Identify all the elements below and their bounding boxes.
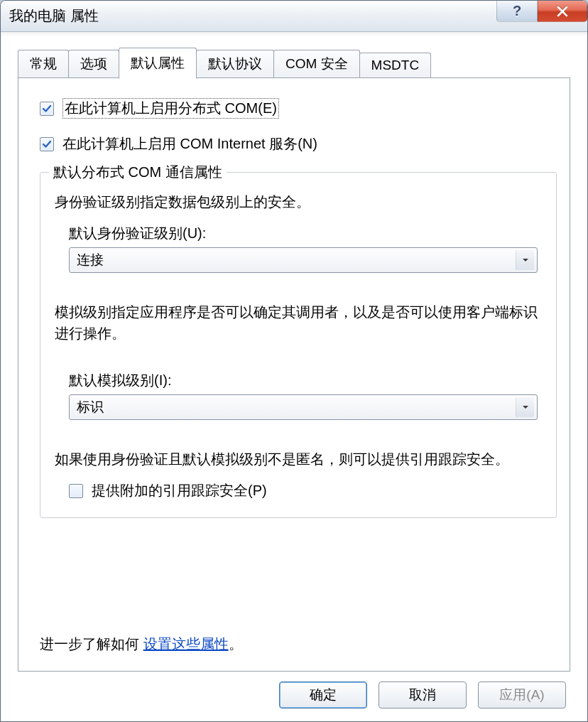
dcom-communication-group: 默认分布式 COM 通信属性 身份验证级别指定数据包级别上的安全。 默认身份验证… bbox=[40, 172, 557, 518]
titlebar: 我的电脑 属性 ? bbox=[1, 1, 587, 32]
tab-panel-default-properties: 在此计算机上启用分布式 COM(E) 在此计算机上启用 COM Internet… bbox=[18, 77, 570, 672]
auth-level-combo[interactable]: 连接 bbox=[69, 247, 538, 273]
enable-dcom-row: 在此计算机上启用分布式 COM(E) bbox=[40, 98, 557, 119]
tab-options[interactable]: 选项 bbox=[68, 50, 119, 77]
close-icon bbox=[556, 5, 569, 18]
ref-tracking-description: 如果使用身份验证且默认模拟级别不是匿名，则可以提供引用跟踪安全。 bbox=[55, 448, 542, 470]
dialog-button-row: 确定 取消 应用(A) bbox=[18, 672, 570, 708]
help-button[interactable]: ? bbox=[496, 1, 538, 22]
tabstrip: 常规 选项 默认属性 默认协议 COM 安全 MSDTC bbox=[18, 50, 570, 77]
check-icon bbox=[41, 139, 53, 150]
learn-more-suffix: 。 bbox=[229, 636, 243, 652]
enable-dcom-label: 在此计算机上启用分布式 COM(E) bbox=[62, 98, 279, 119]
auth-level-label: 默认身份验证级别(U): bbox=[69, 224, 542, 243]
enable-dcom-checkbox[interactable] bbox=[40, 102, 54, 116]
window-title: 我的电脑 属性 bbox=[9, 6, 99, 26]
apply-button[interactable]: 应用(A) bbox=[478, 681, 566, 708]
ref-tracking-row: 提供附加的引用跟踪安全(P) bbox=[69, 481, 542, 500]
chevron-down-icon bbox=[516, 250, 534, 270]
close-button[interactable] bbox=[538, 1, 587, 22]
cancel-button[interactable]: 取消 bbox=[379, 681, 467, 708]
ref-tracking-checkbox[interactable] bbox=[69, 484, 83, 498]
learn-more-line: 进一步了解如何 设置这些属性。 bbox=[40, 613, 557, 654]
enable-internet-label: 在此计算机上启用 COM Internet 服务(N) bbox=[62, 134, 317, 153]
impersonation-level-value: 标识 bbox=[77, 398, 516, 416]
tab-default-properties[interactable]: 默认属性 bbox=[119, 48, 197, 79]
chevron-down-icon bbox=[516, 397, 534, 417]
enable-internet-checkbox[interactable] bbox=[40, 137, 54, 151]
learn-more-link[interactable]: 设置这些属性 bbox=[143, 636, 229, 652]
properties-dialog: 我的电脑 属性 ? 常规 选项 默认属性 默认协议 COM 安全 MSDTC 在 bbox=[0, 0, 588, 722]
impersonation-description: 模拟级别指定应用程序是否可以确定其调用者，以及是否可以使用客户端标识进行操作。 bbox=[55, 301, 542, 344]
client-area: 常规 选项 默认属性 默认协议 COM 安全 MSDTC 在此计算机上启用分布式… bbox=[1, 32, 587, 721]
auth-level-value: 连接 bbox=[77, 251, 516, 269]
auth-description: 身份验证级别指定数据包级别上的安全。 bbox=[55, 191, 542, 212]
impersonation-level-label: 默认模拟级别(I): bbox=[69, 371, 542, 390]
tab-default-protocols[interactable]: 默认协议 bbox=[196, 50, 274, 77]
tab-general[interactable]: 常规 bbox=[18, 50, 69, 77]
learn-more-prefix: 进一步了解如何 bbox=[40, 636, 139, 652]
ref-tracking-label: 提供附加的引用跟踪安全(P) bbox=[92, 481, 267, 500]
tab-com-security[interactable]: COM 安全 bbox=[273, 50, 360, 77]
impersonation-level-combo[interactable]: 标识 bbox=[69, 394, 538, 420]
titlebar-controls: ? bbox=[496, 1, 587, 23]
check-icon bbox=[41, 103, 53, 114]
enable-internet-row: 在此计算机上启用 COM Internet 服务(N) bbox=[40, 134, 557, 153]
ok-button[interactable]: 确定 bbox=[279, 681, 367, 708]
help-icon: ? bbox=[513, 3, 521, 19]
group-title: 默认分布式 COM 通信属性 bbox=[49, 163, 227, 182]
tab-msdtc[interactable]: MSDTC bbox=[359, 53, 432, 77]
